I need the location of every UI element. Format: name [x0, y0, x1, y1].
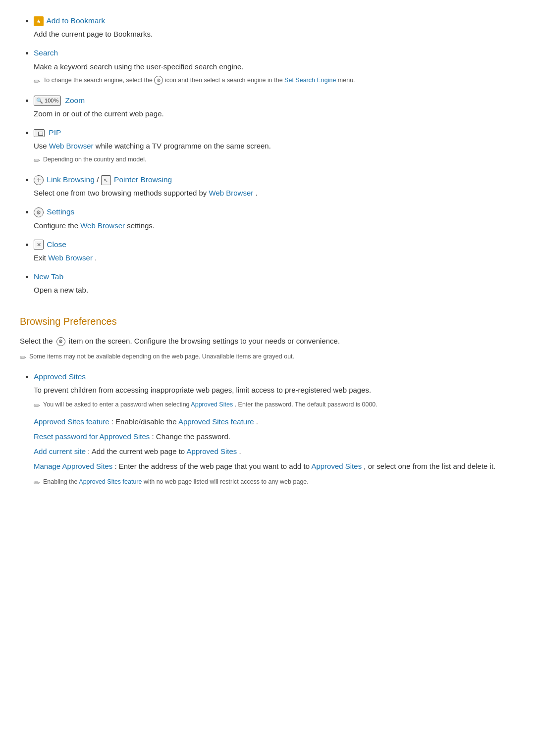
- settings-title: ⚙ Settings: [34, 206, 515, 217]
- pencil-icon-bottom: ✏: [34, 477, 40, 489]
- search-link[interactable]: Search: [34, 49, 58, 57]
- add-current-site-desc-link[interactable]: Approved Sites: [187, 447, 237, 455]
- feature-reset-password: Reset password for Approved Sites : Chan…: [34, 431, 515, 443]
- list-item-close: ✕ Close Exit Web Browser .: [34, 239, 515, 264]
- new-tab-desc: Open a new tab.: [34, 284, 515, 296]
- zoom-desc: Zoom in or out of the current web page.: [34, 108, 515, 120]
- link-browse-icon: ✛: [34, 175, 44, 185]
- feature-approved-sites-feature: Approved Sites feature : Enable/disable …: [34, 416, 515, 428]
- list-item-approved-sites: Approved Sites To prevent children from …: [34, 371, 515, 489]
- settings-webbrowser-link[interactable]: Web Browser: [80, 221, 125, 230]
- list-item-pip: PIP Use Web Browser while watching a TV …: [34, 127, 515, 167]
- new-tab-link[interactable]: New Tab: [34, 272, 63, 281]
- feature-add-current-site: Add current site : Add the current web p…: [34, 446, 515, 457]
- zoom-icon: 🔍 100%: [34, 96, 61, 106]
- list-item-zoom: 🔍 100% Zoom Zoom in or out of the curren…: [34, 95, 515, 120]
- search-desc: Make a keyword search using the user-spe…: [34, 61, 515, 73]
- bookmark-link[interactable]: Add to Bookmark: [46, 16, 105, 25]
- browsing-pref-note: ✏ Some items may not be available depend…: [20, 352, 515, 364]
- pencil-icon: ✏: [34, 76, 40, 88]
- close-title: ✕ Close: [34, 239, 515, 250]
- zoom-title: 🔍 100% Zoom: [34, 95, 515, 106]
- list-item-settings: ⚙ Settings Configure the Web Browser set…: [34, 206, 515, 231]
- add-current-site-link[interactable]: Add current site: [34, 447, 86, 455]
- zoom-link[interactable]: Zoom: [65, 96, 85, 104]
- link-browsing-link[interactable]: Link Browsing: [47, 175, 95, 184]
- new-tab-title: New Tab: [34, 271, 515, 282]
- browsing-preferences-heading: Browsing Preferences: [20, 316, 515, 328]
- list-item-search: Search Make a keyword search using the u…: [34, 47, 515, 87]
- bookmark-title: ★ Add to Bookmark: [34, 15, 515, 26]
- search-title: Search: [34, 47, 515, 58]
- link-browsing-desc: Select one from two browsing methods sup…: [34, 187, 515, 199]
- close-link[interactable]: Close: [47, 240, 66, 249]
- pencil-icon-approved: ✏: [34, 400, 40, 412]
- pointer-browsing-link[interactable]: Pointer Browsing: [114, 175, 172, 184]
- pip-webbrowser-link[interactable]: Web Browser: [49, 142, 94, 150]
- list-item-new-tab: New Tab Open a new tab.: [34, 271, 515, 296]
- list-item-link-browsing: ✛ Link Browsing / ↖ Pointer Browsing Sel…: [34, 174, 515, 199]
- pip-note: ✏ Depending on the country and model.: [34, 155, 515, 167]
- link-browsing-title: ✛ Link Browsing / ↖ Pointer Browsing: [34, 174, 515, 185]
- search-note: ✏ To change the search engine, select th…: [34, 76, 515, 88]
- pointer-browse-icon: ↖: [101, 175, 111, 185]
- pencil-icon-pref: ✏: [20, 352, 26, 364]
- approved-sites-title: Approved Sites: [34, 371, 515, 382]
- close-icon: ✕: [34, 240, 44, 250]
- manage-approved-sites-desc-link[interactable]: Approved Sites: [311, 462, 362, 470]
- approved-sites-password-note: ✏ You will be asked to enter a password …: [34, 400, 515, 412]
- pip-title: PIP: [34, 127, 515, 138]
- pencil-icon-pip: ✏: [34, 155, 40, 167]
- pip-desc: Use Web Browser while watching a TV prog…: [34, 140, 515, 152]
- pip-icon: [34, 129, 45, 137]
- link-browsing-webbrowser-link[interactable]: Web Browser: [209, 189, 254, 197]
- approved-sites-desc: To prevent children from accessing inapp…: [34, 384, 515, 396]
- manage-approved-sites-link[interactable]: Manage Approved Sites: [34, 462, 112, 470]
- reset-password-link[interactable]: Reset password for Approved Sites: [34, 432, 150, 441]
- approved-sites-feature-desc-link[interactable]: Approved Sites feature: [178, 417, 254, 426]
- approved-sites-bottom-feature-link[interactable]: Approved Sites feature: [79, 478, 142, 485]
- bookmark-desc: Add the current page to Bookmarks.: [34, 28, 515, 40]
- browsing-pref-list: Approved Sites To prevent children from …: [20, 371, 515, 489]
- set-search-engine-link[interactable]: Set Search Engine: [284, 77, 336, 84]
- browsing-pref-intro: Select the ⚙ item on the screen. Configu…: [20, 335, 515, 347]
- feature-manage-approved-sites: Manage Approved Sites : Enter the addres…: [34, 460, 515, 472]
- bookmark-icon: ★: [34, 16, 44, 26]
- close-webbrowser-link[interactable]: Web Browser: [48, 253, 93, 262]
- gear-icon-inline: ⚙: [154, 76, 163, 85]
- settings-link[interactable]: Settings: [47, 207, 74, 216]
- pip-link[interactable]: PIP: [49, 128, 61, 137]
- approved-sites-bottom-note: ✏ Enabling the Approved Sites feature wi…: [34, 477, 515, 489]
- settings-desc: Configure the Web Browser settings.: [34, 220, 515, 232]
- settings-icon: ⚙: [34, 207, 44, 217]
- approved-sites-link[interactable]: Approved Sites: [34, 372, 86, 381]
- gear-icon-pref: ⚙: [56, 337, 65, 346]
- close-desc: Exit Web Browser .: [34, 252, 515, 264]
- approved-sites-note-link[interactable]: Approved Sites: [191, 401, 233, 408]
- approved-sites-feature-link[interactable]: Approved Sites feature: [34, 417, 109, 426]
- list-item-bookmark: ★ Add to Bookmark Add the current page t…: [34, 15, 515, 40]
- feature-list: ★ Add to Bookmark Add the current page t…: [20, 15, 515, 296]
- browsing-preferences-section: Browsing Preferences Select the ⚙ item o…: [20, 316, 515, 489]
